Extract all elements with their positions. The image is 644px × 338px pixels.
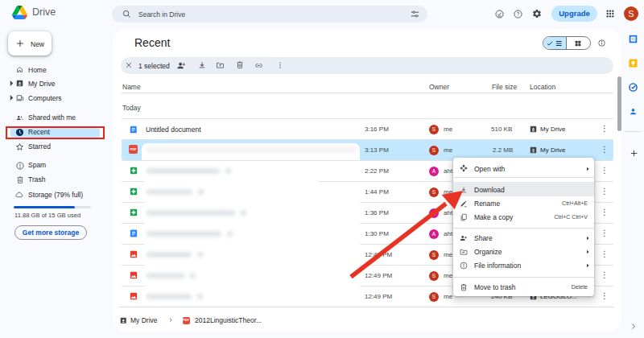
svg-text:31: 31 — [631, 37, 635, 41]
